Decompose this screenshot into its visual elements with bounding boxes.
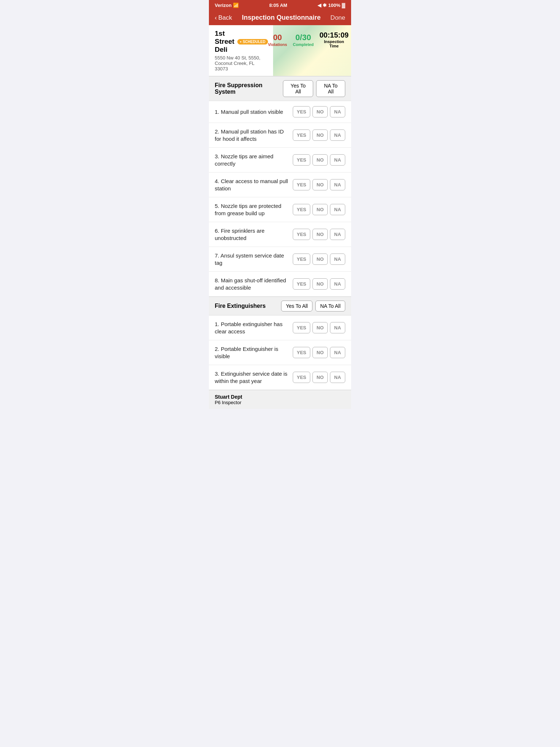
yes-button-fire-extinguishers-3[interactable]: YES [293,372,310,383]
answer-buttons-fire-suppression-8: YES NO NA [293,278,345,290]
bluetooth-icon: ✱ [323,3,327,8]
yes-button-fire-suppression-2[interactable]: YES [293,129,310,141]
business-name: 1st Street Deli [215,30,234,54]
question-text-fire-suppression-2: 2. Manual pull station has ID for hood i… [215,128,290,142]
back-chevron-icon: ‹ [215,14,217,22]
na-button-fire-suppression-2[interactable]: NA [330,129,345,141]
answer-buttons-fire-suppression-4: YES NO NA [293,179,345,190]
business-name-row: 1st Street Deli SCHEDULED [215,30,268,54]
no-button-fire-suppression-5[interactable]: NO [312,204,328,215]
section-actions-fire-extinguishers: Yes To All NA To All [281,301,345,311]
na-button-fire-extinguishers-1[interactable]: NA [330,322,345,333]
na-to-all-button-fire-extinguishers[interactable]: NA To All [315,301,345,311]
footer-role: P6 Inspector [215,400,345,405]
yes-button-fire-suppression-4[interactable]: YES [293,179,310,190]
done-button[interactable]: Done [330,14,345,22]
yes-button-fire-suppression-8[interactable]: YES [293,278,310,290]
location-icon: ◀ [318,3,321,8]
yes-button-fire-extinguishers-2[interactable]: YES [293,347,310,358]
na-button-fire-extinguishers-2[interactable]: NA [330,347,345,358]
question-text-fire-suppression-1: 1. Manual pull station visible [215,108,290,116]
no-button-fire-extinguishers-1[interactable]: NO [312,322,328,333]
status-indicators: ◀ ✱ 100% ▓ [318,3,345,8]
answer-buttons-fire-suppression-5: YES NO NA [293,204,345,215]
sections-container: Fire Suppression System Yes To All NA To… [209,76,351,390]
no-button-fire-suppression-8[interactable]: NO [312,278,328,290]
back-button[interactable]: ‹ Back [215,14,232,22]
question-text-fire-suppression-7: 7. Ansul system service date tag [215,252,290,266]
na-button-fire-suppression-4[interactable]: NA [330,179,345,190]
completed-stat: 0/30 Completed [293,33,314,47]
header-info: 1st Street Deli SCHEDULED 5550 Nw 40 St,… [215,30,268,71]
na-button-fire-suppression-8[interactable]: NA [330,278,345,290]
question-row-fire-extinguishers-1: 1. Portable extinguisher has clear acces… [209,316,351,340]
no-button-fire-extinguishers-3[interactable]: NO [312,372,328,383]
na-button-fire-suppression-1[interactable]: NA [330,106,345,117]
answer-buttons-fire-extinguishers-1: YES NO NA [293,322,345,333]
question-text-fire-suppression-3: 3. Nozzle tips are aimed correctly [215,153,290,167]
completed-label: Completed [293,42,314,47]
section-actions-fire-suppression: Yes To All NA To All [283,80,345,97]
no-button-fire-suppression-3[interactable]: NO [312,154,328,166]
status-badge: SCHEDULED [237,39,268,44]
na-button-fire-extinguishers-3[interactable]: NA [330,372,345,383]
question-row-fire-suppression-7: 7. Ansul system service date tag YES NO … [209,247,351,272]
inspection-time-label: Inspection Time [319,39,349,48]
footer: Stuart Dept P6 Inspector [209,390,351,409]
section-title-fire-extinguishers: Fire Extinguishers [215,303,266,309]
question-row-fire-suppression-3: 3. Nozzle tips are aimed correctly YES N… [209,148,351,173]
answer-buttons-fire-suppression-1: YES NO NA [293,106,345,117]
yes-button-fire-suppression-1[interactable]: YES [293,106,310,117]
answer-buttons-fire-extinguishers-3: YES NO NA [293,372,345,383]
question-text-fire-suppression-4: 4. Clear access to manual pull station [215,178,290,192]
status-bar: Verizon 📶 8:05 AM ◀ ✱ 100% ▓ [209,0,351,10]
na-button-fire-suppression-6[interactable]: NA [330,229,345,240]
no-button-fire-suppression-2[interactable]: NO [312,129,328,141]
yes-button-fire-suppression-5[interactable]: YES [293,204,310,215]
na-button-fire-suppression-5[interactable]: NA [330,204,345,215]
answer-buttons-fire-suppression-7: YES NO NA [293,253,345,265]
battery-text: 100% [328,3,340,8]
nav-bar: ‹ Back Inspection Questionnaire Done [209,10,351,25]
question-text-fire-extinguishers-2: 2. Portable Extinguisher is visible [215,345,290,360]
na-to-all-button-fire-suppression[interactable]: NA To All [316,80,345,97]
no-button-fire-suppression-4[interactable]: NO [312,179,328,190]
yes-button-fire-suppression-3[interactable]: YES [293,154,310,166]
section-header-fire-extinguishers: Fire Extinguishers Yes To All NA To All [209,297,351,316]
carrier-text: Verizon [215,3,232,8]
battery-icon: ▓ [342,3,345,8]
na-button-fire-suppression-3[interactable]: NA [330,154,345,166]
business-address: 5550 Nw 40 St, 5550, Coconut Creek, FL 3… [215,55,268,71]
no-button-fire-extinguishers-2[interactable]: NO [312,347,328,358]
question-text-fire-suppression-8: 8. Main gas shut-off identified and acce… [215,277,290,291]
section-title-fire-suppression: Fire Suppression System [215,82,283,95]
question-row-fire-suppression-2: 2. Manual pull station has ID for hood i… [209,123,351,148]
section-header-fire-suppression: Fire Suppression System Yes To All NA To… [209,76,351,101]
carrier-signal: Verizon 📶 [215,3,239,8]
question-row-fire-suppression-6: 6. Fire sprinklers are unobstructed YES … [209,222,351,247]
violations-label: Violations [268,42,287,47]
yes-to-all-button-fire-extinguishers[interactable]: Yes To All [281,301,312,311]
yes-button-fire-suppression-7[interactable]: YES [293,253,310,265]
back-label: Back [218,14,232,22]
question-row-fire-extinguishers-2: 2. Portable Extinguisher is visible YES … [209,340,351,365]
na-button-fire-suppression-7[interactable]: NA [330,253,345,265]
nav-title: Inspection Questionnaire [242,14,320,22]
no-button-fire-suppression-7[interactable]: NO [312,253,328,265]
question-row-fire-suppression-5: 5. Nozzle tips are protected from grease… [209,197,351,222]
violations-stat: 00 Violations [268,33,287,47]
answer-buttons-fire-suppression-3: YES NO NA [293,154,345,166]
yes-button-fire-extinguishers-1[interactable]: YES [293,322,310,333]
status-time: 8:05 AM [269,3,287,8]
inspection-time-value: 00:15:09 [319,31,349,39]
yes-button-fire-suppression-6[interactable]: YES [293,229,310,240]
header-stats: 00 Violations 0/30 Completed 00:15:09 In… [268,31,349,48]
no-button-fire-suppression-6[interactable]: NO [312,229,328,240]
no-button-fire-suppression-1[interactable]: NO [312,106,328,117]
time-stat: 00:15:09 Inspection Time [319,31,349,48]
question-text-fire-suppression-6: 6. Fire sprinklers are unobstructed [215,227,290,241]
question-row-fire-suppression-4: 4. Clear access to manual pull station Y… [209,173,351,197]
yes-to-all-button-fire-suppression[interactable]: Yes To All [283,80,314,97]
violations-value: 00 [268,33,287,42]
question-text-fire-suppression-5: 5. Nozzle tips are protected from grease… [215,202,290,217]
